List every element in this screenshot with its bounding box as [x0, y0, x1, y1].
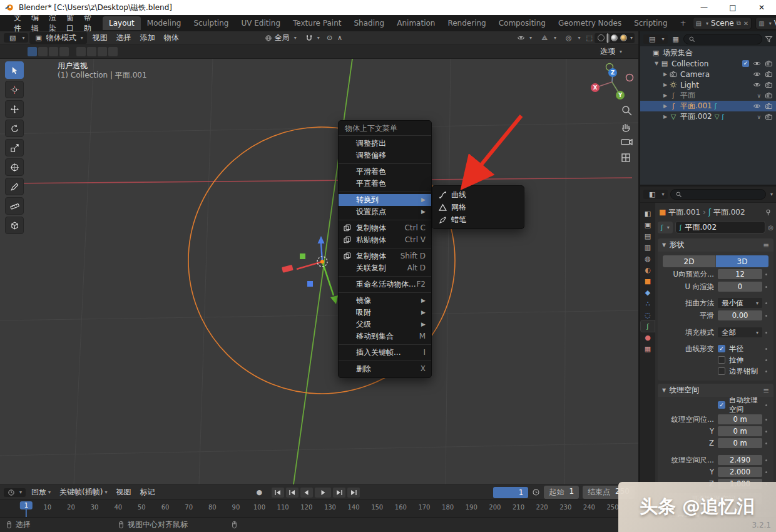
outliner-display-mode-icon[interactable]: ▦	[670, 35, 680, 43]
tool-settings-icon[interactable]	[108, 47, 118, 56]
pin-icon[interactable]	[764, 208, 772, 217]
disable-render-icon[interactable]	[765, 91, 773, 100]
properties-tab[interactable]: ▣	[641, 219, 655, 230]
submenu-item[interactable]: 蜡笔	[432, 213, 524, 226]
xray-toggle[interactable]: ⬚	[585, 34, 595, 42]
shading-wireframe-icon[interactable]	[598, 34, 605, 41]
hide-eye-icon[interactable]	[753, 59, 761, 68]
data-name-field[interactable]: ʃ 平面.002	[675, 221, 766, 233]
rotate-tool[interactable]	[5, 120, 24, 137]
properties-editor-type-button[interactable]: ◧▾	[643, 190, 668, 199]
unlink-scene-icon[interactable]: ✕	[743, 20, 748, 27]
hide-eye-icon[interactable]	[753, 81, 761, 89]
properties-search-input[interactable]	[670, 189, 766, 200]
context-menu-item[interactable]: Alt D 关联复制	[339, 262, 431, 274]
breadcrumb-object[interactable]: 平面.001	[668, 207, 700, 218]
disable-render-icon[interactable]	[765, 59, 773, 68]
workspace-tab[interactable]: UV Editing	[235, 16, 287, 30]
resolution-render-field[interactable]: 0	[718, 282, 762, 292]
outliner-row[interactable]: ▶ ʃ 平面 ∨	[640, 90, 776, 101]
tool-settings-icon[interactable]	[59, 47, 69, 56]
properties-tab[interactable]: ●	[641, 332, 655, 343]
context-menu-item[interactable]: Ctrl C 复制物体	[339, 222, 431, 234]
viewport-menu-item[interactable]: 添加	[136, 32, 160, 44]
outliner-row[interactable]: ▶ Camera	[640, 69, 776, 79]
workspace-tab[interactable]: Texture Paint	[287, 16, 347, 30]
add-cube-tool[interactable]	[5, 217, 24, 234]
context-menu-item[interactable]: X 删除	[339, 363, 431, 375]
scene-selector[interactable]: ▤▾ Scene ⧉ ✕	[693, 17, 752, 29]
scale-tool[interactable]	[5, 139, 24, 156]
context-menu-item[interactable]: 平滑着色	[339, 166, 431, 178]
annotate-tool[interactable]	[5, 178, 24, 195]
play-button[interactable]	[315, 488, 331, 498]
shape-section-header[interactable]: ▼形状 ≡	[658, 238, 773, 252]
cursor-tool[interactable]	[5, 81, 24, 98]
gizmos-toggle[interactable]: ⟁▾	[536, 33, 560, 43]
twist-method-dropdown[interactable]: 最小值▾	[718, 298, 762, 308]
properties-tab[interactable]: ◐	[641, 264, 655, 275]
snapping-toggle[interactable]: ▾	[302, 34, 324, 43]
section-menu-icon[interactable]: ≡	[763, 386, 769, 395]
submenu-item[interactable]: 曲线	[432, 188, 524, 201]
next-keyframe-button[interactable]	[333, 488, 345, 498]
context-menu-item[interactable]: M 移动到集合	[339, 330, 431, 342]
context-menu-item[interactable]: I 插入关键帧...	[339, 347, 431, 359]
properties-tab[interactable]: ▦	[641, 343, 655, 354]
disable-render-icon[interactable]	[765, 102, 773, 110]
outliner-row[interactable]: ▶ ʃ 平面.001 ʃ	[640, 101, 776, 111]
outliner-row[interactable]: ▶ ▽ 平面.002 ▽ ʃ ∨	[640, 111, 776, 122]
properties-tab[interactable]: ◌	[641, 309, 655, 320]
expander-icon[interactable]: ▶	[661, 114, 669, 120]
properties-tab[interactable]: ∴	[641, 298, 655, 309]
viewport-menu-item[interactable]: 物体	[160, 32, 183, 44]
properties-tab[interactable]: ■	[641, 275, 655, 287]
expander-icon[interactable]: ▼	[653, 61, 660, 66]
filter-funnel-icon[interactable]	[765, 35, 773, 43]
texspace-size-y-field[interactable]: 2.000	[718, 467, 762, 477]
tool-settings-icon[interactable]	[87, 47, 96, 56]
shading-rendered-icon[interactable]	[620, 34, 627, 41]
outliner-editor-type-button[interactable]: ▤▾	[643, 34, 668, 44]
fill-mode-dropdown[interactable]: 全部▾	[718, 327, 762, 337]
timeline-menu-item[interactable]: 视图	[111, 486, 135, 498]
workspace-tab[interactable]: Scripting	[628, 16, 673, 30]
expander-icon[interactable]: ▶	[661, 93, 669, 98]
disable-render-icon[interactable]	[765, 113, 773, 121]
overlays-toggle[interactable]: ◎▾	[560, 33, 585, 43]
dimension-3d-button[interactable]: 3D	[716, 255, 768, 267]
outliner-row[interactable]: ▶ Light	[640, 79, 776, 90]
viewport-menu-item[interactable]: 选择	[112, 32, 136, 44]
radius-checkbox[interactable]: ✓	[718, 345, 725, 352]
frame-start-field[interactable]: 起始1	[544, 486, 579, 499]
expander-icon[interactable]: ▶	[661, 103, 669, 109]
tool-settings-icon[interactable]	[49, 47, 58, 56]
workspace-tab[interactable]: Rendering	[441, 16, 492, 30]
context-menu-item[interactable]: ▶ 父级	[339, 319, 431, 330]
expander-icon[interactable]: ▶	[661, 71, 669, 77]
minimize-button[interactable]: —	[690, 0, 718, 15]
properties-tab[interactable]: ◍	[641, 253, 655, 264]
expander-icon[interactable]: ▶	[661, 82, 669, 88]
close-button[interactable]: ✕	[747, 0, 776, 15]
context-menu-item[interactable]: 平直着色	[339, 178, 431, 190]
3d-viewport[interactable]: Z X Y 用户透视 (1) Collection | 平面.001	[0, 59, 638, 484]
workspace-tab[interactable]: Shading	[347, 16, 391, 30]
tool-settings-icon[interactable]	[28, 47, 37, 56]
hidden-eye-icon[interactable]: ∨	[757, 114, 761, 120]
texspace-size-x-field[interactable]: 2.490	[718, 455, 762, 465]
properties-options-caret[interactable]: ▾	[770, 192, 773, 197]
workspace-tab[interactable]: Sculpting	[187, 16, 235, 30]
select-box-tool[interactable]	[5, 61, 24, 79]
properties-tab[interactable]: ▤	[641, 230, 655, 242]
viewlayer-selector[interactable]: ▥▾ ViewLayer ⧉ ✕	[755, 17, 776, 29]
object-visibility-dropdown[interactable]: ▾	[513, 33, 536, 43]
timeline-menu-item[interactable]: 标记	[135, 486, 159, 498]
hide-eye-icon[interactable]	[753, 70, 761, 78]
context-menu-item[interactable]: F2 重命名活动物体...	[339, 279, 431, 290]
disable-render-icon[interactable]	[765, 70, 773, 78]
hidden-eye-icon[interactable]: ∨	[757, 93, 761, 99]
context-menu-item[interactable]: ▶ 设置原点	[339, 206, 431, 218]
properties-tab[interactable]: ◆	[641, 287, 655, 298]
context-menu-item[interactable]: ▶ 吸附	[339, 307, 431, 319]
